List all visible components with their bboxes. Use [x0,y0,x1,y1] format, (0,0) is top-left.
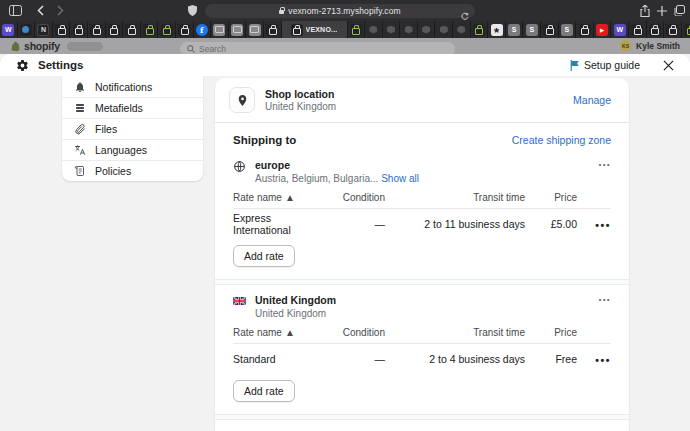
sort-ascending-icon: ▲ [285,327,295,338]
privacy-shield-icon[interactable] [188,0,197,21]
sort-rate-name[interactable]: Rate name ▲ [233,327,305,338]
browser-tab[interactable] [594,21,612,38]
rate-transit: 2 to 11 business days [385,218,525,230]
share-icon[interactable] [640,0,650,21]
browser-tab[interactable] [18,21,36,38]
shopify-edition-badge [67,42,103,51]
browser-tab[interactable] [506,21,524,38]
browser-tab[interactable] [418,21,436,38]
browser-tab[interactable] [70,21,88,38]
browser-tab[interactable] [176,21,194,38]
metafields-icon [74,102,86,114]
browser-tab[interactable] [541,21,559,38]
screen: vexnom-2713.myshopify.com VEXNO... shopi… [0,0,690,431]
browser-tab[interactable] [264,21,282,38]
browser-tab[interactable] [246,21,264,38]
browser-tab[interactable] [400,21,418,38]
browser-tab[interactable] [435,21,453,38]
sidebar-item-metafields[interactable]: Metafields [62,97,203,118]
col-condition: Condition [305,192,385,203]
browser-tab[interactable] [664,21,682,38]
zone-more-menu-icon[interactable] [599,159,611,168]
shopify-admin-header: shopify Search KS Kyle Smith [0,38,690,54]
browser-tab[interactable] [229,21,247,38]
letter-s-icon [561,24,573,36]
browser-tab[interactable] [88,21,106,38]
browser-tab[interactable] [123,21,141,38]
browser-tab-strip: VEXNO... [0,21,690,38]
address-bar[interactable]: vexnom-2713.myshopify.com [205,4,475,18]
col-price: Price [525,192,577,203]
browser-tab[interactable] [629,21,647,38]
browser-tab[interactable] [523,21,541,38]
browser-tab[interactable] [194,21,212,38]
letter-s-icon [508,24,520,36]
shopify-logo: shopify [10,40,103,52]
browser-tab[interactable] [471,21,489,38]
browser-tab[interactable] [365,21,383,38]
policy-icon [74,165,86,177]
browser-tab[interactable] [158,21,176,38]
rate-more-menu-icon[interactable] [595,217,611,231]
zone-countries: Austria, Belgium, Bulgaria... Show all [255,173,419,184]
close-icon[interactable] [663,60,674,71]
admin-search-input[interactable]: Search [180,42,455,54]
video-play-icon [596,24,608,36]
cube-icon [420,24,432,36]
zone-more-menu-icon[interactable] [599,294,611,303]
active-tab-label: VEXNO... [306,26,338,33]
rate-condition: — [305,218,385,230]
shopify-bag-icon [73,24,85,36]
browser-tab[interactable] [348,21,366,38]
create-shipping-zone-link[interactable]: Create shipping zone [512,134,611,146]
browser-tab-active[interactable]: VEXNO... [282,21,348,38]
browser-tab[interactable] [682,21,690,38]
show-all-link[interactable]: Show all [381,173,419,184]
settings-sidebar: Notifications Metafields Files Languages… [62,76,203,181]
shopify-bag-icon [55,24,67,36]
browser-tab[interactable] [647,21,665,38]
rate-condition: — [305,353,385,365]
browser-tab[interactable] [488,21,506,38]
rate-row: Standard — 2 to 4 business days Free [233,344,611,374]
shopify-bag-icon [666,24,678,36]
browser-tab[interactable] [106,21,124,38]
browser-tab[interactable] [53,21,71,38]
sidebar-item-files[interactable]: Files [62,118,203,139]
browser-tab[interactable] [559,21,577,38]
cube-icon [455,24,467,36]
browser-tab[interactable] [141,21,159,38]
shopify-bag-green-icon [473,24,485,36]
zone-name: United Kingdom [255,294,336,306]
sidebar-toggle-icon[interactable] [0,0,30,21]
settings-title: Settings [38,59,83,71]
browser-tab[interactable] [211,21,229,38]
sidebar-item-policies[interactable]: Policies [62,160,203,181]
rate-more-menu-icon[interactable] [595,352,611,366]
tab-overview-icon[interactable] [674,0,685,21]
globe-icon [233,160,246,173]
setup-guide-button[interactable]: Setup guide [570,59,640,71]
browser-tab[interactable] [0,21,18,38]
back-icon[interactable] [30,0,50,21]
manage-link[interactable]: Manage [573,94,611,106]
sidebar-item-notifications[interactable]: Notifications [62,76,203,97]
user-menu[interactable]: KS Kyle Smith [620,40,680,51]
sidebar-item-languages[interactable]: Languages [62,139,203,160]
browser-tab[interactable] [35,21,53,38]
card-icon [213,24,225,36]
browser-tab[interactable] [576,21,594,38]
new-tab-icon[interactable] [657,0,667,21]
browser-tab[interactable] [611,21,629,38]
add-rate-button[interactable]: Add rate [233,245,295,267]
forward-icon[interactable] [50,0,70,21]
browser-tab[interactable] [383,21,401,38]
add-rate-button[interactable]: Add rate [233,380,295,402]
purple-w-icon [2,24,14,36]
col-transit: Transit time [385,192,525,203]
settings-header: Settings Setup guide [0,54,690,76]
col-price: Price [525,327,577,338]
avatar: KS [620,40,631,51]
refresh-icon[interactable] [461,7,469,25]
sort-rate-name[interactable]: Rate name ▲ [233,192,305,203]
